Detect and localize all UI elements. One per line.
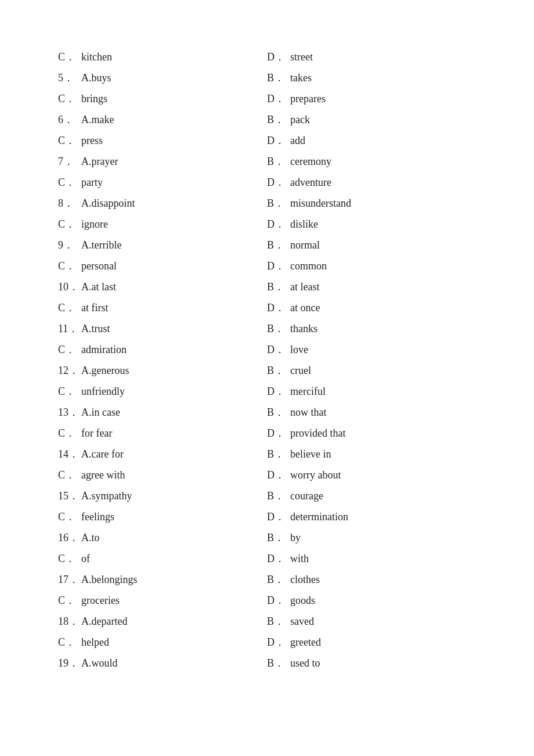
left-col: 13．A.in case — [58, 405, 267, 419]
right-label: B． — [267, 113, 290, 127]
right-label: D． — [267, 468, 290, 482]
list-item: 16．A.toB．by — [58, 527, 476, 548]
left-col: 18．A.departed — [58, 614, 267, 628]
right-col: D．goods — [267, 593, 476, 607]
left-col: 15．A.sympathy — [58, 489, 267, 503]
left-col: C．admiration — [58, 343, 267, 357]
right-text: thanks — [290, 323, 317, 335]
right-label: D． — [267, 217, 290, 231]
left-col: C．press — [58, 134, 267, 147]
right-text: merciful — [290, 386, 326, 398]
right-col: B．thanks — [267, 322, 476, 336]
left-col: C．personal — [58, 259, 267, 273]
right-text: used to — [290, 657, 320, 669]
left-text: A.in case — [81, 406, 120, 419]
left-col: 16．A.to — [58, 531, 267, 545]
right-text: normal — [290, 239, 320, 251]
right-label: D． — [267, 510, 290, 524]
left-label: C． — [58, 217, 81, 231]
left-label: 16． — [58, 531, 81, 545]
left-label: 19． — [58, 656, 81, 670]
right-text: dislike — [290, 218, 318, 231]
list-item: 18．A.departedB．saved — [58, 611, 476, 632]
right-text: now that — [290, 406, 327, 419]
list-item: C．feelingsD．determination — [58, 506, 476, 527]
right-text: love — [290, 344, 308, 356]
left-col: C．of — [58, 552, 267, 566]
right-text: worry about — [290, 469, 341, 481]
right-col: B．takes — [267, 71, 476, 85]
quiz-list: C．kitchenD．street5．A.buysB．takesC．brings… — [58, 46, 476, 674]
right-label: B． — [267, 280, 290, 294]
right-text: clothes — [290, 574, 320, 586]
right-col: D．worry about — [267, 468, 476, 482]
left-col: C．ignore — [58, 217, 267, 231]
right-text: ceremony — [290, 156, 331, 168]
left-col: C．brings — [58, 92, 267, 106]
left-text: helped — [81, 636, 109, 649]
left-col: C．kitchen — [58, 50, 267, 64]
list-item: C．ignoreD．dislike — [58, 214, 476, 235]
right-text: provided that — [290, 427, 345, 440]
list-item: 6．A.makeB．pack — [58, 109, 476, 130]
left-label: C． — [58, 259, 81, 273]
list-item: 5．A.buysB．takes — [58, 67, 476, 88]
right-text: determination — [290, 511, 348, 523]
right-label: D． — [267, 593, 290, 607]
right-col: D．at once — [267, 301, 476, 315]
right-col: D．prepares — [267, 92, 476, 106]
right-label: D． — [267, 552, 290, 566]
list-item: 9．A.terribleB．normal — [58, 235, 476, 255]
list-item: C．kitchenD．street — [58, 46, 476, 67]
right-text: by — [290, 532, 301, 544]
right-col: D．merciful — [267, 384, 476, 398]
right-text: street — [290, 51, 313, 63]
left-col: 5．A.buys — [58, 71, 267, 85]
right-label: B． — [267, 71, 290, 85]
list-item: 8．A.disappointB．misunderstand — [58, 193, 476, 214]
left-text: groceries — [81, 595, 120, 607]
list-item: 19．A.wouldB．used to — [58, 653, 476, 674]
left-label: C． — [58, 301, 81, 315]
left-col: C．helped — [58, 635, 267, 649]
right-col: D．common — [267, 259, 476, 273]
left-label: C． — [58, 510, 81, 524]
right-label: B． — [267, 363, 290, 377]
left-col: 8．A.disappoint — [58, 196, 267, 210]
right-label: D． — [267, 92, 290, 106]
right-label: B． — [267, 238, 290, 252]
left-col: 12．A.generous — [58, 363, 267, 377]
left-label: C． — [58, 593, 81, 607]
left-label: C． — [58, 552, 81, 566]
left-text: A.to — [81, 532, 100, 544]
right-col: B．used to — [267, 656, 476, 670]
left-text: at first — [81, 302, 109, 314]
left-text: A.generous — [81, 365, 129, 377]
left-text: A.care for — [81, 448, 124, 460]
list-item: C．at firstD．at once — [58, 297, 476, 318]
right-label: B． — [267, 447, 290, 461]
left-text: agree with — [81, 469, 125, 481]
left-label: 8． — [58, 196, 81, 210]
right-col: B．at least — [267, 280, 476, 294]
left-label: 11． — [58, 322, 81, 336]
right-text: adventure — [290, 177, 331, 189]
list-item: 12．A.generousB．cruel — [58, 360, 476, 381]
list-item: 11．A.trustB．thanks — [58, 318, 476, 339]
left-text: A.trust — [81, 323, 110, 335]
right-text: add — [290, 135, 305, 147]
left-col: 19．A.would — [58, 656, 267, 670]
left-col: C．for fear — [58, 426, 267, 440]
right-col: B．normal — [267, 238, 476, 252]
left-col: C．agree with — [58, 468, 267, 482]
left-text: admiration — [81, 344, 127, 356]
right-label: B． — [267, 573, 290, 586]
left-label: 9． — [58, 238, 81, 252]
right-label: D． — [267, 50, 290, 64]
list-item: C．helpedD．greeted — [58, 632, 476, 653]
left-label: C． — [58, 635, 81, 649]
right-text: cruel — [290, 365, 311, 377]
right-col: B．believe in — [267, 447, 476, 461]
right-col: B．pack — [267, 113, 476, 127]
right-col: D．add — [267, 134, 476, 147]
